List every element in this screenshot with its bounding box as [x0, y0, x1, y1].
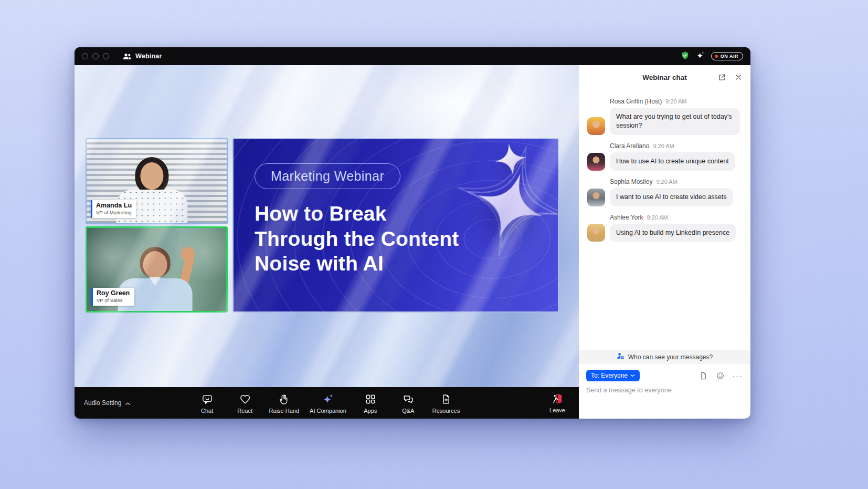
avatar	[587, 117, 605, 135]
toolbar-chat-button[interactable]: Chat	[190, 391, 224, 415]
meeting-toolbar: Audio Setting Chat	[75, 387, 579, 419]
toolbar-button-label: Raise Hand	[269, 408, 299, 414]
webinar-chat-panel: Webinar chat	[579, 65, 750, 419]
composer-controls: To: Everyone ···	[579, 364, 750, 381]
message-author: Clara Arellano	[610, 142, 649, 150]
window-controls	[82, 53, 109, 59]
nameplate: Amanda Lu VP of Marketing	[91, 200, 136, 218]
avatar	[587, 153, 605, 171]
to-selector-label: To: Everyone	[591, 372, 628, 379]
message-timestamp: 9:20 AM	[665, 98, 686, 105]
participant-role: VP of Marketing	[96, 210, 132, 216]
toolbar-button-label: React	[237, 408, 252, 414]
apps-grid-icon	[365, 393, 376, 405]
nameplate: Roy Green VP of Sales	[91, 288, 134, 306]
participants-icon	[123, 53, 132, 60]
window-content: Amanda Lu VP of Marketing Roy Green	[75, 65, 750, 419]
chat-message: Rosa Griffin (Host) 9:20 AM What are you…	[587, 98, 742, 135]
on-air-badge: ON AIR	[711, 52, 743, 60]
emoji-button[interactable]	[715, 371, 725, 381]
meeting-main-area: Amanda Lu VP of Marketing Roy Green	[75, 65, 579, 419]
message-author: Sophia Mosiley	[610, 178, 652, 185]
raised-hand-icon	[278, 393, 290, 405]
chat-message-list: Rosa Griffin (Host) 9:20 AM What are you…	[579, 89, 750, 350]
message-bubble: Using AI to build my LinkedIn presence	[610, 224, 736, 242]
message-timestamp: 9:20 AM	[656, 179, 677, 185]
toolbar-qa-button[interactable]: Q&A	[391, 391, 425, 415]
chat-panel-title: Webinar chat	[642, 74, 687, 81]
toolbar-apps-button[interactable]: Apps	[354, 391, 387, 415]
to-everyone-selector[interactable]: To: Everyone	[586, 370, 640, 381]
toolbar-ai-companion-button[interactable]: AI Companion	[306, 391, 350, 415]
audio-setting-label: Audio Setting	[84, 399, 121, 407]
leave-door-icon	[552, 392, 563, 405]
on-air-label: ON AIR	[721, 54, 738, 59]
close-icon	[735, 74, 742, 81]
toolbar-react-button[interactable]: React	[228, 391, 262, 415]
participant-role: VP of Sales	[97, 297, 130, 304]
avatar	[587, 189, 605, 206]
person-check-icon	[617, 352, 624, 362]
heart-icon	[239, 393, 251, 405]
chat-message-input[interactable]	[579, 381, 750, 394]
ai-sparkle-icon	[322, 393, 334, 405]
pop-out-chat-button[interactable]	[717, 72, 727, 82]
app-identity: Webinar	[123, 53, 162, 60]
toolbar-button-label: Chat	[201, 408, 213, 414]
message-bubble: What are you trying to get out of today'…	[610, 108, 740, 135]
message-bubble: I want to use AI to create video assets	[610, 188, 733, 206]
message-author: Ashlee York	[610, 214, 643, 221]
window-title: Webinar	[135, 53, 162, 60]
participant-name: Roy Green	[97, 289, 130, 297]
video-tile-roy-green[interactable]: Roy Green VP of Sales	[86, 226, 228, 313]
video-tile-amanda-lu[interactable]: Amanda Lu VP of Marketing	[86, 138, 228, 224]
minimize-window-button[interactable]	[92, 53, 99, 59]
chat-bubble-icon	[202, 393, 213, 405]
shared-screen-slide: Marketing Webinar How to Break Through t…	[232, 138, 559, 313]
toolbar-button-label: Apps	[364, 408, 377, 414]
desktop-background: Webinar ON AIR	[0, 0, 868, 489]
chevron-up-icon	[125, 398, 131, 408]
message-timestamp: 9:20 AM	[653, 143, 674, 149]
toolbar-resources-button[interactable]: Resources	[429, 391, 463, 415]
participant-name: Amanda Lu	[96, 202, 132, 210]
titlebar-status-icons: ON AIR	[681, 51, 743, 62]
chevron-down-icon	[630, 374, 635, 377]
close-window-button[interactable]	[82, 53, 88, 59]
visibility-note-text: Who can see your messages?	[628, 353, 713, 361]
on-air-dot	[715, 55, 718, 58]
maximize-window-button[interactable]	[103, 53, 109, 59]
qa-bubbles-icon	[403, 393, 414, 405]
security-shield-icon[interactable]	[681, 51, 690, 62]
slide-badge: Marketing Webinar	[255, 163, 400, 189]
more-options-button[interactable]: ···	[732, 372, 743, 380]
slide-title: How to Break Through the Content Noise w…	[255, 201, 491, 276]
window-titlebar: Webinar ON AIR	[75, 47, 750, 65]
chat-message: Clara Arellano 9:20 AM How to use AI to …	[587, 142, 742, 171]
file-icon	[700, 372, 707, 380]
avatar	[587, 224, 605, 242]
close-chat-button[interactable]	[734, 72, 743, 82]
webinar-window: Webinar ON AIR	[75, 47, 750, 419]
leave-label: Leave	[549, 407, 565, 413]
ai-companion-sparkle-icon[interactable]	[696, 51, 705, 62]
toolbar-center-buttons: Chat React Raise Hand	[190, 391, 463, 415]
message-bubble: How to use AI to create unique content	[610, 152, 735, 171]
chat-message: Ashlee York 9:20 AM Using AI to build my…	[587, 214, 742, 242]
video-stage: Amanda Lu VP of Marketing Roy Green	[75, 65, 579, 387]
chat-footer: Who can see your messages? To: Everyone	[579, 350, 750, 394]
attach-file-button[interactable]	[698, 371, 708, 381]
toolbar-button-label: Resources	[432, 408, 460, 414]
toolbar-button-label: Q&A	[402, 408, 414, 414]
chat-header: Webinar chat	[579, 65, 750, 89]
smiley-icon	[716, 372, 724, 380]
pop-out-icon	[718, 74, 726, 81]
document-icon	[440, 393, 452, 405]
message-timestamp: 9:20 AM	[647, 214, 668, 221]
chat-message: Sophia Mosiley 9:20 AM I want to use AI …	[587, 178, 742, 206]
audio-setting-button[interactable]: Audio Setting	[84, 398, 131, 408]
toolbar-button-label: AI Companion	[310, 408, 346, 414]
toolbar-raise-hand-button[interactable]: Raise Hand	[266, 391, 302, 415]
leave-button[interactable]: Leave	[549, 392, 565, 413]
message-visibility-note[interactable]: Who can see your messages?	[579, 350, 750, 364]
